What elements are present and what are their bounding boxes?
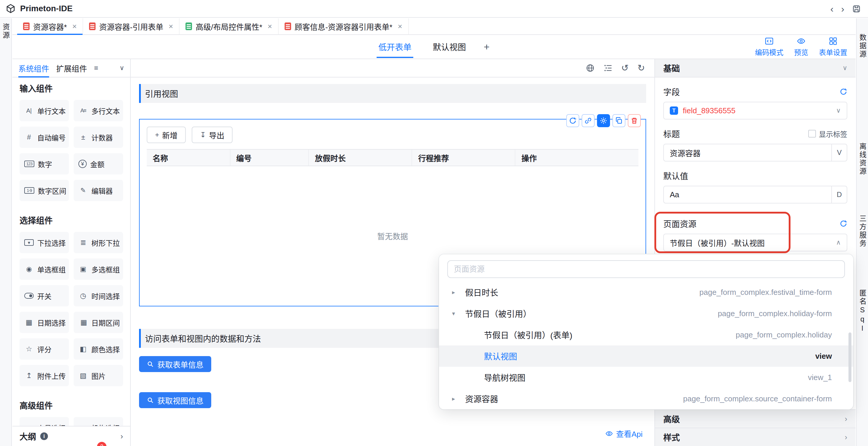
add-view-button[interactable]: + xyxy=(484,41,490,53)
globe-icon[interactable] xyxy=(586,64,595,72)
close-icon[interactable]: × xyxy=(398,22,402,31)
datasource-strip-tab[interactable]: 数据源 xyxy=(857,34,868,59)
add-row-button[interactable]: + 新增 xyxy=(147,127,186,143)
refresh-icon[interactable] xyxy=(840,220,847,227)
anonymous-sql-strip-tab[interactable]: 匿名Sql xyxy=(857,289,868,333)
view-api-label: 查看Api xyxy=(616,428,643,439)
form-settings-button[interactable]: 表单设置 xyxy=(819,37,847,57)
gear-icon[interactable] xyxy=(597,114,610,127)
view-api-link[interactable]: 查看Api xyxy=(605,428,643,439)
save-icon[interactable] xyxy=(852,4,861,13)
preview-button[interactable]: 预览 xyxy=(794,37,808,57)
palette-item-tree-select[interactable]: 树形下拉 xyxy=(74,232,123,253)
palette-item-radio-group[interactable]: 单选框组 xyxy=(20,258,69,280)
tree-item-nav-tree-view[interactable]: 导航树视图 view_1 xyxy=(439,367,853,388)
palette-item-checkbox-group[interactable]: 多选框组 xyxy=(74,258,123,280)
close-icon[interactable]: × xyxy=(72,22,76,31)
resource-search-input[interactable] xyxy=(447,260,845,278)
offline-resource-strip-tab[interactable]: 离线资源 xyxy=(857,142,868,176)
default-value-input[interactable]: Aa D xyxy=(663,186,847,203)
export-button[interactable]: ↧ 导出 xyxy=(192,127,232,143)
left-resource-strip[interactable]: 资源 xyxy=(0,18,12,446)
checkbox-icon[interactable] xyxy=(808,130,816,137)
tab-low-code-form[interactable]: 低开表单 xyxy=(378,41,411,53)
palette-item-money[interactable]: 金额 xyxy=(74,153,123,174)
basic-section-header[interactable]: 基础 ∨ xyxy=(655,59,856,77)
column-header-trip-recommend: 行程推荐 xyxy=(412,150,515,166)
menu-icon[interactable]: ≡ xyxy=(94,59,98,77)
app-logo-icon xyxy=(6,4,16,13)
tree-item-label: 资源容器 xyxy=(465,393,683,405)
palette-item-counter[interactable]: 计数器 xyxy=(74,127,123,148)
chevron-down-icon[interactable]: ∨ xyxy=(120,59,124,77)
editor-tab-4[interactable]: 顾客信息-资源容器引用表单* × xyxy=(279,18,409,34)
tree-item-default-view[interactable]: 默认视图 view xyxy=(439,345,853,367)
upload-icon xyxy=(24,371,34,380)
palette-item-select[interactable]: 下拉选择 xyxy=(20,232,69,253)
copy-icon[interactable] xyxy=(612,114,625,127)
data-toggle[interactable]: D xyxy=(831,186,847,203)
link-icon[interactable] xyxy=(582,114,595,127)
palette-item-single-text[interactable]: 单行文本 xyxy=(20,100,69,121)
dropdown-select-icon xyxy=(24,239,34,246)
close-icon[interactable]: × xyxy=(268,22,272,31)
code-mode-button[interactable]: 编码模式 xyxy=(755,37,783,57)
tab-extension-components[interactable]: 扩展组件 xyxy=(56,59,87,77)
scrollbar-thumb[interactable] xyxy=(848,332,851,382)
nav-back-icon[interactable]: ‹ xyxy=(830,4,834,13)
palette-item-number[interactable]: 数字 xyxy=(20,153,69,174)
palette-item-color-picker[interactable]: 颜色选择 xyxy=(74,338,123,360)
tree-item-source-container[interactable]: 资源容器 page_form_complex.source_container-… xyxy=(439,388,853,409)
preview-label: 预览 xyxy=(794,47,808,57)
trash-icon[interactable] xyxy=(628,114,641,127)
close-icon[interactable]: × xyxy=(168,22,173,31)
editor-tab-2[interactable]: 资源容器-引用表单 × xyxy=(83,18,180,34)
palette-item-auto-number[interactable]: 自动编号 xyxy=(20,127,69,148)
outline-tree-icon[interactable] xyxy=(603,64,612,72)
palette-item-date-range[interactable]: 日期区间 xyxy=(74,312,123,333)
page-resource-select[interactable]: 节假日（被引用）-默认视图 ∧ xyxy=(663,234,847,251)
outline-bar[interactable]: 大纲 i › 2 xyxy=(12,426,130,446)
show-label-checkbox[interactable]: 显示标签 xyxy=(808,129,847,139)
palette-item-multi-text[interactable]: 多行文本 xyxy=(74,100,123,121)
page-resource-label: 页面资源 xyxy=(663,218,696,229)
component-palette: 系统组件 扩展组件 ≡ ∨ 输入组件 单行文本 多行文本 自动编号 计数器 数字… xyxy=(12,59,131,446)
palette-item-switch[interactable]: 开关 xyxy=(20,285,69,307)
palette-item-date-picker[interactable]: 日期选择 xyxy=(20,312,69,333)
palette-item-rate[interactable]: 评分 xyxy=(20,338,69,360)
resource-strip-label[interactable]: 资源 xyxy=(1,23,11,40)
sync-icon[interactable] xyxy=(566,114,579,127)
tree-item-festival-time[interactable]: 假日时长 page_form_complex.festival_time-for… xyxy=(439,282,853,303)
title-input[interactable]: 资源容器 V xyxy=(663,144,847,161)
refresh-icon[interactable] xyxy=(840,88,847,96)
third-party-service-strip-tab[interactable]: 三方服务 xyxy=(857,215,868,248)
field-select[interactable]: T field_89356555 ∨ xyxy=(663,102,847,120)
palette-item-image[interactable]: 图片 xyxy=(74,365,123,386)
tree-item-holiday-form[interactable]: 节假日（被引用） page_form_complex.holiday-form xyxy=(439,303,853,324)
caret-right-icon[interactable] xyxy=(452,395,465,402)
chevron-down-icon: ∨ xyxy=(836,107,841,115)
editor-tab-1[interactable]: 资源容器* × xyxy=(17,18,83,34)
caret-right-icon[interactable] xyxy=(452,289,465,296)
chevron-right-icon[interactable]: › xyxy=(120,432,123,441)
plus-icon: + xyxy=(155,131,159,139)
tree-item-holiday[interactable]: 节假日（被引用）(表单) page_form_complex.holiday xyxy=(439,324,853,345)
nav-forward-icon[interactable]: › xyxy=(841,4,844,13)
chevron-down-icon: ∨ xyxy=(842,64,847,72)
tab-default-view[interactable]: 默认视图 xyxy=(433,41,466,53)
editor-tab-3[interactable]: 高级/布局控件属性* × xyxy=(180,18,279,34)
variable-toggle[interactable]: V xyxy=(831,144,847,161)
palette-item-number-range[interactable]: 数字区间 xyxy=(20,180,69,201)
tab-system-components[interactable]: 系统组件 xyxy=(18,59,49,77)
get-view-info-button[interactable]: 获取视图信息 xyxy=(139,392,211,408)
undo-icon[interactable]: ↺ xyxy=(621,64,629,72)
style-section-header[interactable]: 样式 › xyxy=(655,428,856,446)
caret-down-icon[interactable] xyxy=(452,310,465,317)
get-form-info-button[interactable]: 获取表单信息 xyxy=(139,356,211,372)
redo-icon[interactable]: ↻ xyxy=(638,64,645,72)
palette-item-upload[interactable]: 附件上传 xyxy=(20,365,69,386)
palette-item-editor[interactable]: 编辑器 xyxy=(74,180,123,201)
palette-item-time-picker[interactable]: 时间选择 xyxy=(74,285,123,307)
title-bar: Primeton-IDE ‹ › xyxy=(0,0,868,18)
advanced-section-header[interactable]: 高级 › xyxy=(655,409,856,428)
